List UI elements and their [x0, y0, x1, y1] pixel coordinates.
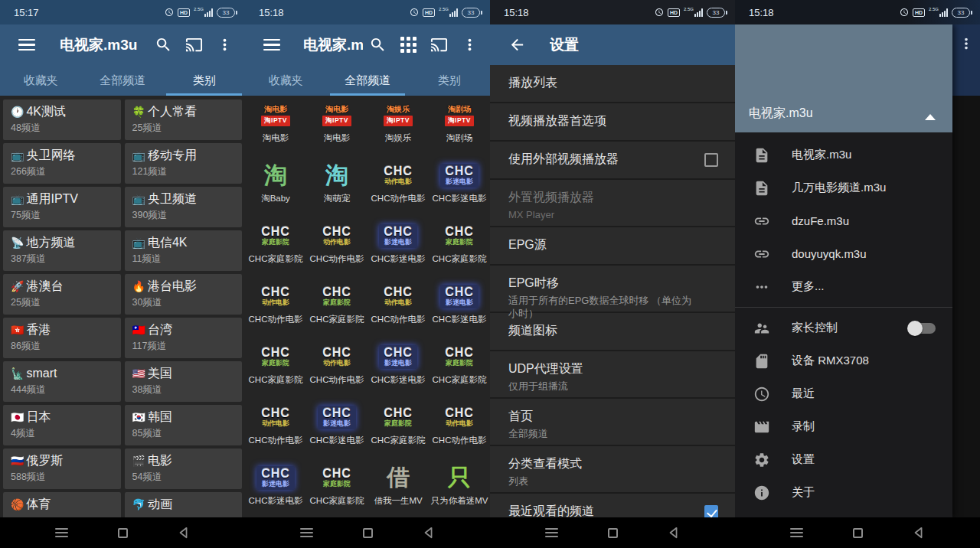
search-button[interactable]: [149, 30, 178, 60]
nav-back-button[interactable]: [413, 521, 444, 544]
settings-item[interactable]: 最近观看的频道: [490, 494, 735, 517]
tab-item[interactable]: 全部频道: [82, 65, 164, 96]
channel-tile[interactable]: 借借我一生MV: [368, 460, 429, 517]
parental-control-toggle[interactable]: [910, 323, 936, 334]
category-card[interactable]: 🇰🇷韩国 85频道: [125, 405, 243, 445]
overflow-menu-button[interactable]: [455, 30, 484, 60]
settings-item[interactable]: EPG时移 适用于所有的EPG数据全球时移 （单位为小时）: [490, 266, 735, 313]
channel-tile[interactable]: CHC动作电影CHC动作电影: [368, 279, 429, 339]
settings-item[interactable]: 使用外部视频播放器: [490, 142, 735, 180]
checkbox[interactable]: [704, 505, 718, 517]
nav-menu-button[interactable]: [46, 521, 77, 544]
category-card[interactable]: 📡地方频道 387频道: [3, 230, 121, 271]
drawer-playlist-item[interactable]: 更多...: [735, 270, 952, 303]
back-button[interactable]: [502, 30, 531, 60]
channel-tile[interactable]: CHC家庭影院CHC家庭影院: [306, 460, 368, 517]
category-card[interactable]: 🏀体育: [3, 492, 121, 517]
category-card[interactable]: 🇷🇺俄罗斯 588频道: [3, 449, 121, 489]
nav-recents-button[interactable]: [597, 521, 628, 544]
channel-tile[interactable]: CHC影迷电影CHC影迷电影: [368, 339, 429, 400]
overflow-menu-button[interactable]: [210, 30, 239, 60]
tab-item[interactable]: 全部频道: [327, 65, 409, 96]
category-card[interactable]: 🎬电影 54频道: [125, 449, 243, 489]
channel-tile[interactable]: CHC影迷电影CHC影迷电影: [429, 158, 490, 218]
nav-recents-button[interactable]: [352, 521, 383, 544]
drawer-menu-item[interactable]: 设备 RMX3708: [735, 344, 952, 377]
tab-item[interactable]: 收藏夹: [0, 65, 82, 96]
settings-item[interactable]: 播放列表: [490, 65, 735, 103]
category-card[interactable]: 🚀港澳台 25频道: [3, 274, 121, 315]
channel-tile[interactable]: 淘娱乐淘IPTV淘娱乐: [368, 97, 429, 158]
drawer-menu-item[interactable]: 家长控制: [735, 312, 952, 344]
category-card[interactable]: 🇺🇸美国 38频道: [125, 361, 243, 402]
nav-menu-button[interactable]: [291, 521, 322, 544]
channel-tile[interactable]: 淘剧场淘IPTV淘剧场: [429, 97, 490, 158]
channel-tile[interactable]: CHC家庭影院CHC家庭影院: [306, 279, 368, 339]
settings-item[interactable]: 视频播放器首选项: [490, 103, 735, 142]
category-card[interactable]: 🇹🇼台湾 117频道: [125, 318, 243, 358]
channel-tile[interactable]: 淘电影淘IPTV淘电影: [306, 97, 368, 158]
category-card[interactable]: 🍀个人常看 25频道: [125, 99, 243, 140]
menu-button[interactable]: [257, 30, 286, 60]
category-card[interactable]: 📺移动专用 121频道: [125, 143, 243, 184]
channel-tile[interactable]: CHC家庭影院CHC家庭影院: [368, 400, 429, 460]
category-card[interactable]: 📺通用IPTV 75频道: [3, 187, 121, 227]
category-card[interactable]: 📺央卫网络 266频道: [3, 143, 121, 184]
channel-tile[interactable]: CHC动作电影CHC动作电影: [306, 218, 368, 279]
channel-tile[interactable]: CHC动作电影CHC动作电影: [306, 339, 368, 400]
nav-back-button[interactable]: [658, 521, 689, 544]
channel-tile[interactable]: CHC动作电影CHC动作电影: [368, 158, 429, 218]
channel-tile[interactable]: CHC家庭影院CHC家庭影院: [429, 218, 490, 279]
category-card[interactable]: 🇯🇵日本 4频道: [3, 405, 121, 445]
channel-tile[interactable]: 淘淘萌宠: [306, 158, 368, 218]
channel-tile[interactable]: CHC家庭影院CHC家庭影院: [245, 339, 306, 400]
channel-tile[interactable]: CHC影迷电影CHC影迷电影: [368, 218, 429, 279]
category-card[interactable]: 🔥港台电影 30频道: [125, 274, 243, 315]
apps-grid-button[interactable]: [394, 30, 423, 60]
search-button[interactable]: [363, 30, 392, 60]
nav-back-button[interactable]: [903, 521, 934, 544]
drawer-header[interactable]: 电视家.m3u: [735, 24, 952, 132]
channel-tile[interactable]: CHC家庭影院CHC家庭影院: [429, 339, 490, 400]
category-card[interactable]: 📺央卫频道 390频道: [125, 187, 243, 227]
cast-button[interactable]: [424, 30, 453, 60]
channel-tile[interactable]: CHC影迷电影CHC影迷电影: [429, 279, 490, 339]
nav-recents-button[interactable]: [842, 521, 873, 544]
channel-tile[interactable]: CHC动作电影CHC动作电影: [245, 400, 306, 460]
nav-menu-button[interactable]: [536, 521, 567, 544]
settings-item[interactable]: EPG源: [490, 227, 735, 266]
drawer-playlist-item[interactable]: douyuyqk.m3u: [735, 237, 952, 270]
tab-item[interactable]: 类别: [408, 65, 490, 96]
nav-back-button[interactable]: [168, 521, 199, 544]
drawer-menu-item[interactable]: 录制: [735, 410, 952, 443]
drawer-menu-item[interactable]: 设置: [735, 443, 952, 476]
cast-button[interactable]: [179, 30, 208, 60]
channel-tile[interactable]: 淘电影淘IPTV淘电影: [245, 97, 306, 158]
drawer-playlist-item[interactable]: 电视家.m3u: [735, 139, 952, 171]
drawer-menu-item[interactable]: 最近: [735, 377, 952, 410]
nav-recents-button[interactable]: [107, 521, 138, 544]
category-card[interactable]: 🇭🇰香港 86频道: [3, 318, 121, 358]
drawer-playlist-item[interactable]: 几万电影频道.m3u: [735, 171, 952, 204]
channel-tile[interactable]: CHC影迷电影CHC影迷电影: [306, 400, 368, 460]
channel-tile[interactable]: CHC动作电影CHC动作电影: [429, 400, 490, 460]
category-card[interactable]: 🗽smart 444频道: [3, 361, 121, 402]
settings-item[interactable]: 分类查看模式 列表: [490, 446, 735, 494]
channel-tile[interactable]: CHC家庭影院CHC家庭影院: [245, 218, 306, 279]
menu-button[interactable]: [12, 30, 41, 60]
collapse-arrow-icon[interactable]: [925, 114, 936, 120]
drawer-menu-item[interactable]: 关于: [735, 476, 952, 509]
channel-tile[interactable]: CHC动作电影CHC动作电影: [245, 279, 306, 339]
category-card[interactable]: 📺电信4K 11频道: [125, 230, 243, 271]
channel-tile[interactable]: 只只为你着迷MV: [429, 460, 490, 517]
nav-menu-button[interactable]: [781, 521, 812, 544]
tab-item[interactable]: 类别: [163, 65, 245, 96]
channel-tile[interactable]: 淘淘Baby: [245, 158, 306, 218]
tab-item[interactable]: 收藏夹: [245, 65, 327, 96]
settings-item[interactable]: UDP代理设置 仅用于组播流: [490, 351, 735, 399]
category-card[interactable]: 🐬动画: [125, 492, 243, 517]
settings-item[interactable]: 首页 全部频道: [490, 399, 735, 446]
settings-item[interactable]: 频道图标: [490, 313, 735, 351]
drawer-playlist-item[interactable]: dzuFe.m3u: [735, 204, 952, 237]
checkbox[interactable]: [704, 153, 718, 167]
